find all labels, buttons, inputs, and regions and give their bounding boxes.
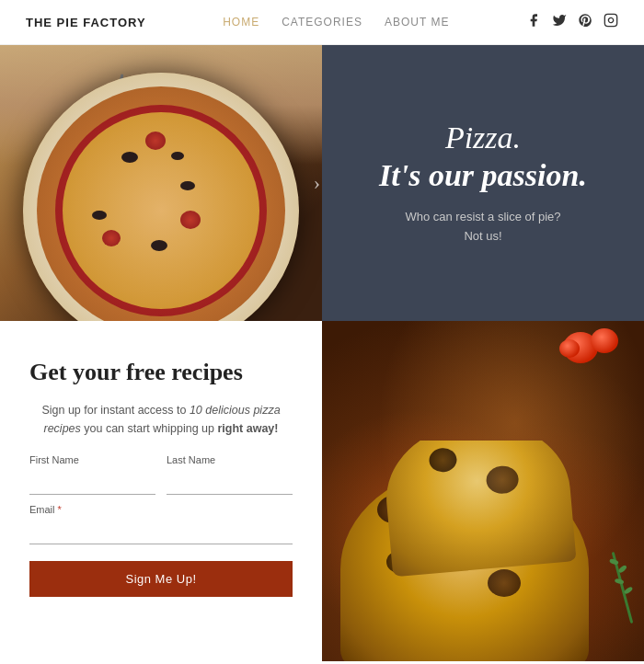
- pizza-slices: [331, 441, 607, 661]
- hero-section: Pizza. It's our passion. Who can resist …: [0, 45, 644, 321]
- hero-pizza-image: [0, 45, 322, 321]
- last-name-group: Last Name: [167, 454, 293, 495]
- social-links: [526, 13, 618, 31]
- form-title: Get your free recipes: [29, 358, 293, 386]
- email-input[interactable]: [29, 519, 293, 544]
- svg-rect-0: [604, 14, 616, 26]
- hero-title: Pizza. It's our passion.: [379, 120, 587, 195]
- site-logo: THE PIE FACTORY: [26, 16, 146, 29]
- facebook-icon[interactable]: [526, 13, 541, 31]
- pizza-photo-right: [322, 321, 644, 661]
- last-name-input[interactable]: [167, 469, 293, 495]
- first-name-label: First Name: [29, 454, 155, 465]
- site-header: THE PIE FACTORY HOME CATEGORIES ABOUT ME: [0, 0, 644, 45]
- last-name-label: Last Name: [167, 454, 293, 465]
- nav-about[interactable]: ABOUT ME: [385, 16, 449, 29]
- carousel-next-arrow[interactable]: ›: [314, 171, 320, 195]
- email-group: Email *: [29, 504, 293, 544]
- name-fields-row: First Name Last Name: [29, 454, 293, 495]
- signup-button[interactable]: Sign Me Up!: [29, 561, 293, 597]
- bottom-section: Get your free recipes Sign up for instan…: [0, 321, 644, 661]
- form-description: Sign up for instant access to 10 delicio…: [29, 401, 293, 438]
- signup-form-section: Get your free recipes Sign up for instan…: [0, 321, 322, 661]
- main-nav: HOME CATEGORIES ABOUT ME: [223, 16, 449, 29]
- first-name-group: First Name: [29, 454, 155, 495]
- instagram-icon[interactable]: [604, 13, 618, 31]
- hero-subtitle: Who can resist a slice of pie? Not us!: [405, 208, 560, 246]
- pinterest-icon[interactable]: [578, 13, 592, 31]
- nav-home[interactable]: HOME: [223, 16, 259, 29]
- first-name-input[interactable]: [29, 469, 155, 495]
- nav-categories[interactable]: CATEGORIES: [282, 16, 362, 29]
- twitter-icon[interactable]: [552, 13, 567, 31]
- hero-text-panel: Pizza. It's our passion. Who can resist …: [322, 45, 644, 321]
- email-label: Email *: [29, 504, 293, 515]
- signup-form: First Name Last Name Email * Sign Me Up!: [29, 454, 293, 597]
